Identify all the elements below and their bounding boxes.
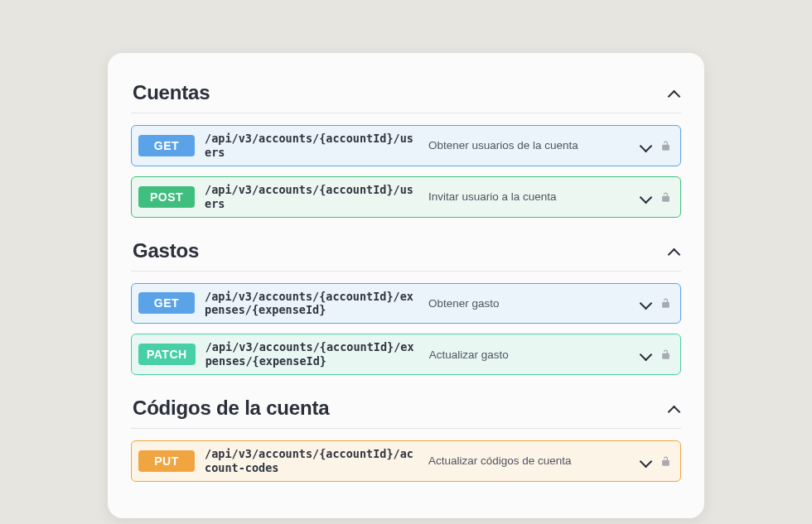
operation-path: /api/v3/accounts/{accountId}/account-cod… <box>205 447 420 475</box>
operation-row[interactable]: PATCH /api/v3/accounts/{accountId}/expen… <box>131 334 681 375</box>
chevron-down-icon <box>640 349 651 360</box>
chevron-down-icon <box>640 455 651 467</box>
operation-summary: Actualizar gasto <box>421 349 631 361</box>
section-gastos: Gastos GET /api/v3/accounts/{accountId}/… <box>131 234 681 376</box>
method-badge: GET <box>138 292 195 314</box>
chevron-up-icon <box>668 87 679 99</box>
section-header[interactable]: Códigos de la cuenta <box>131 392 681 429</box>
section-title: Cuentas <box>133 81 210 104</box>
operation-path: /api/v3/accounts/{accountId}/expenses/{e… <box>205 340 421 368</box>
method-badge: PUT <box>138 450 195 472</box>
operation-row[interactable]: GET /api/v3/accounts/{accountId}/expense… <box>131 283 681 324</box>
lock-open-icon <box>660 454 672 468</box>
lock-open-icon <box>660 348 672 361</box>
chevron-down-icon <box>640 297 651 309</box>
section-cuentas: Cuentas GET /api/v3/accounts/{accountId}… <box>131 76 681 218</box>
chevron-up-icon <box>668 245 679 257</box>
operation-summary: Actualizar códigos de cuenta <box>420 454 631 467</box>
section-header[interactable]: Gastos <box>131 234 681 272</box>
method-badge: POST <box>138 186 195 208</box>
lock-open-icon <box>660 139 672 152</box>
operation-path: /api/v3/accounts/{accountId}/expenses/{e… <box>205 290 420 318</box>
operation-summary: Obtener usuarios de la cuenta <box>420 139 631 151</box>
operation-row[interactable]: GET /api/v3/accounts/{accountId}/users O… <box>131 125 681 166</box>
method-badge: PATCH <box>138 344 196 365</box>
operation-path: /api/v3/accounts/{accountId}/users <box>205 183 420 211</box>
api-card: Cuentas GET /api/v3/accounts/{accountId}… <box>108 53 704 518</box>
lock-open-icon <box>660 296 672 310</box>
section-title: Gastos <box>133 239 199 262</box>
chevron-down-icon <box>640 140 651 151</box>
operation-path: /api/v3/accounts/{accountId}/users <box>205 132 420 160</box>
chevron-down-icon <box>640 191 651 203</box>
method-badge: GET <box>138 135 195 156</box>
section-title: Códigos de la cuenta <box>133 397 329 420</box>
chevron-up-icon <box>668 402 679 414</box>
lock-open-icon <box>660 190 672 204</box>
operation-row[interactable]: POST /api/v3/accounts/{accountId}/users … <box>131 176 681 218</box>
operation-row[interactable]: PUT /api/v3/accounts/{accountId}/account… <box>131 440 681 482</box>
section-header[interactable]: Cuentas <box>131 76 681 113</box>
operation-summary: Obtener gasto <box>420 297 631 310</box>
operation-summary: Invitar usuario a la cuenta <box>420 190 631 203</box>
section-codigos: Códigos de la cuenta PUT /api/v3/account… <box>131 392 681 482</box>
